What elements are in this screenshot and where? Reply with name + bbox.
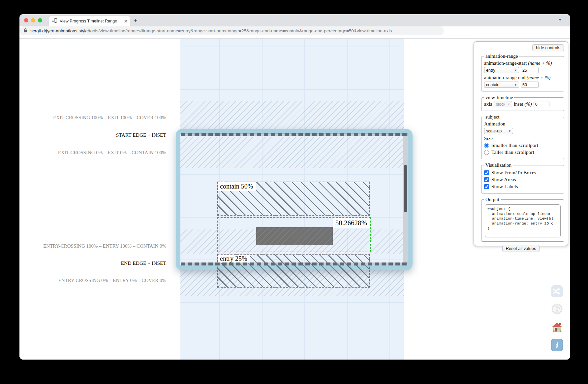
edge-label-exit-crossing-100: EXIT-CROSSING 100% – EXIT 100% – COVER 1… (19, 115, 166, 121)
home-icon[interactable] (551, 321, 564, 334)
tab-title: View Progress Timeline: Range (60, 19, 124, 23)
checkbox-show-labels[interactable]: Show Labels (484, 184, 561, 190)
entry-range-label: entry 25% (218, 255, 250, 263)
animation-label: Animation (484, 121, 561, 127)
chevron-down-icon: ▼ (508, 129, 511, 133)
legend-subject: subject (484, 114, 501, 120)
legend-visualization: Visualization (484, 162, 513, 168)
inset-input[interactable] (534, 101, 549, 107)
peeking-face-icon[interactable] (551, 303, 564, 316)
edge-label-end-edge: END EDGE + INSET (19, 260, 166, 266)
chevron-down-icon: ▼ (514, 69, 517, 72)
page-content: contain 50% 50.26628% entry 25% EXIT-CRO… (19, 39, 570, 360)
range-start-percentage-input[interactable] (521, 67, 539, 73)
axis-select: block▼ (494, 101, 512, 107)
animation-select[interactable]: scale-up▼ (484, 128, 513, 134)
range-end-percentage-input[interactable] (521, 82, 539, 88)
url-text: scroll-driven-animations.style/tools/vie… (30, 28, 396, 33)
titlebar: 1 View Progress Timeline: Range ✕ + ▾ (19, 14, 570, 26)
contain-range-label: contain 50% (218, 182, 256, 191)
reset-all-values-button[interactable]: Reset all values (502, 245, 540, 252)
fieldset-output: Output #subject { animation: scale-up li… (481, 197, 564, 242)
checkbox-show-areas[interactable]: Show Areas (484, 177, 561, 183)
fieldset-subject: subject Animation scale-up▼ Size Smaller… (481, 114, 564, 159)
address-bar[interactable]: scroll-driven-animations.style/tools/vie… (19, 26, 444, 35)
checkbox-show-fromto-boxes[interactable]: Show From/To Boxes (484, 170, 561, 176)
forward-button[interactable]: → (34, 29, 40, 35)
browser-tab[interactable]: 1 View Progress Timeline: Range ✕ (49, 16, 130, 26)
svg-text:i: i (556, 341, 558, 350)
chevron-down-icon: ▼ (514, 83, 517, 87)
animation-range-end-label: animation-range-end (name + %) (484, 75, 561, 81)
entry-range-box: entry 25% (217, 254, 370, 288)
legend-output: Output (484, 197, 501, 202)
subject-element (256, 227, 333, 245)
legend-animation-range: animation-range (484, 53, 519, 59)
new-tab-button[interactable]: + (134, 17, 137, 24)
traffic-light-minimize[interactable] (31, 18, 35, 22)
browser-window: 1 View Progress Timeline: Range ✕ + ▾ ← … (19, 14, 570, 360)
traffic-light-maximize[interactable] (38, 18, 42, 22)
hide-controls-button[interactable]: hide controls (532, 44, 564, 51)
progress-percentage-label: 50.26628% (333, 218, 370, 228)
edge-label-entry-crossing-0: ENTRY-CROSSING 0% – ENTRY 0% – COVER 0% (19, 278, 166, 283)
inset-label: inset (%) (514, 101, 532, 107)
size-label: Size (484, 136, 561, 141)
from-to-box: 50.26628% (217, 217, 371, 252)
end-edge-dashed-line (181, 262, 408, 265)
fieldset-visualization: Visualization Show From/To Boxes Show Ar… (481, 162, 564, 193)
range-start-name-select[interactable]: entry▼ (484, 67, 519, 73)
start-edge-dashed-line (181, 133, 408, 136)
radio-taller-than-scrollport[interactable]: Taller than scrollport (484, 149, 561, 155)
range-end-name-select[interactable]: contain▼ (484, 82, 519, 88)
contain-range-box: contain 50% (217, 182, 370, 216)
tab-search-chevron-icon[interactable]: ▾ (559, 17, 561, 22)
shuffle-icon[interactable] (551, 285, 564, 298)
edge-label-start-edge: START EDGE + INSET (19, 132, 166, 138)
back-button[interactable]: ← (23, 29, 29, 35)
tab-favicon: 1 (52, 18, 57, 24)
output-css-code[interactable]: #subject { animation: scale-up linear an… (485, 204, 561, 237)
reload-button[interactable]: ↻ (45, 29, 49, 35)
range-area-band-cover-top (180, 101, 404, 129)
info-icon[interactable]: i (551, 338, 564, 352)
scrollbar-thumb[interactable] (404, 165, 407, 212)
browser-toolbar: ← → ↻ scroll-driven-animations.style/too… (19, 26, 570, 39)
edge-label-exit-crossing-0: EXIT-CROSSING 0% – EXIT 0% – CONTAIN 100… (19, 150, 166, 156)
tab-close-icon[interactable]: ✕ (124, 19, 128, 23)
fieldset-view-timeline: view-timeline axis block▼ inset (%) (481, 95, 564, 111)
radio-smaller-than-scrollport[interactable]: Smaller than scrollport (484, 142, 561, 148)
fieldset-animation-range: animation-range animation-range-start (n… (481, 53, 564, 91)
url-path: /tools/view-timeline/ranges/#range-start… (88, 28, 396, 33)
axis-label: axis (484, 101, 492, 107)
controls-panel: hide controls animation-range animation-… (474, 41, 568, 246)
legend-view-timeline: view-timeline (484, 95, 514, 100)
animation-range-start-label: animation-range-start (name + %) (484, 60, 561, 66)
chevron-down-icon: ▼ (507, 103, 510, 106)
traffic-light-close[interactable] (24, 18, 28, 22)
svg-text:1: 1 (52, 19, 54, 22)
edge-label-entry-crossing-100: ENTRY-CROSSING 100% – ENTRY 100% – CONTA… (19, 243, 166, 249)
